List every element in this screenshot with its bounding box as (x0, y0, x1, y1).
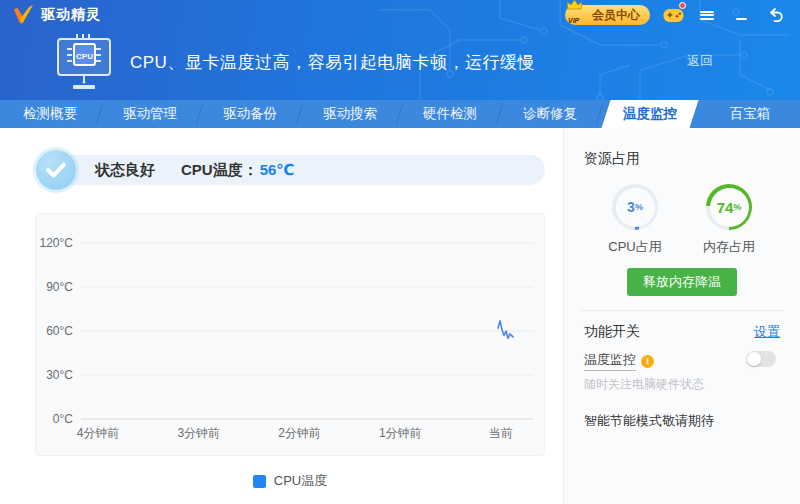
exit-icon[interactable] (764, 4, 786, 26)
temperature-chart-panel: 0°C30°C60°C90°C120°C4分钟前3分钟前2分钟前1分钟前当前 (35, 213, 545, 456)
svg-text:0°C: 0°C (53, 412, 73, 426)
toggle-knob (747, 352, 761, 366)
titlebar: 驱动精灵 VIP 会员中心 (0, 0, 800, 30)
toggle-description: 随时关注电脑硬件状态 (584, 376, 780, 393)
vip-member-button[interactable]: VIP 会员中心 (565, 5, 650, 25)
svg-text:3分钟前: 3分钟前 (177, 426, 220, 440)
cpu-usage-ring: 3% (612, 184, 658, 230)
cpu-usage-label: CPU占用 (608, 238, 661, 256)
cpu-temp-value: 56℃ (260, 161, 295, 179)
menu-icon[interactable] (696, 4, 718, 26)
chart-legend[interactable]: CPU温度 (35, 472, 545, 490)
memory-usage-ring: 74% (706, 184, 752, 230)
tab-temperature-monitor[interactable]: 温度监控 (600, 100, 700, 128)
resource-gauges: 3% CPU占用 74% 内存占用 (584, 184, 780, 256)
temperature-monitor-toggle-row: 温度监控 (584, 351, 780, 371)
minimize-icon[interactable] (730, 4, 752, 26)
resource-usage-title: 资源占用 (584, 150, 780, 168)
temperature-line-chart: 0°C30°C60°C90°C120°C4分钟前3分钟前2分钟前1分钟前当前 (36, 214, 546, 457)
memory-usage-label: 内存占用 (703, 238, 755, 256)
notification-dot (679, 2, 686, 9)
status-pill: 状态良好 CPU温度： 56℃ (56, 155, 545, 185)
memory-usage-gauge: 74% 内存占用 (694, 184, 764, 256)
feature-switch-title: 功能开关 (584, 323, 640, 341)
tab-diagnose-repair[interactable]: 诊断修复 (500, 100, 600, 128)
back-link[interactable]: 返回 (687, 52, 713, 70)
memory-usage-unit: % (733, 202, 741, 212)
cpu-temp-label: CPU温度： (181, 161, 258, 180)
status-ok-badge (36, 150, 76, 190)
sidebar: 资源占用 3% CPU占用 74% 内存占用 释放内存降温 (563, 128, 800, 504)
tab-toolbox[interactable]: 百宝箱 (700, 100, 800, 128)
svg-text:60°C: 60°C (46, 324, 73, 338)
legend-label: CPU温度 (274, 472, 327, 490)
svg-text:120°C: 120°C (40, 236, 74, 250)
check-icon (45, 161, 67, 179)
temperature-monitor-toggle[interactable] (746, 351, 776, 367)
status-row: 状态良好 CPU温度： 56℃ (36, 150, 545, 190)
release-memory-button[interactable]: 释放内存降温 (627, 268, 737, 296)
feature-switch-header: 功能开关 设置 (584, 323, 780, 341)
svg-text:当前: 当前 (489, 426, 513, 440)
crown-icon (567, 0, 582, 10)
temperature-monitor-toggle-label[interactable]: 温度监控 (584, 351, 636, 371)
main-panel: 状态良好 CPU温度： 56℃ 0°C30°C60°C90°C120°C4分钟前… (0, 128, 563, 504)
svg-text:1分钟前: 1分钟前 (379, 426, 422, 440)
status-state: 状态良好 (95, 161, 155, 180)
app-header: 驱动精灵 VIP 会员中心 (0, 0, 800, 100)
tab-hardware-detect[interactable]: 硬件检测 (400, 100, 500, 128)
svg-text:30°C: 30°C (46, 368, 73, 382)
cpu-usage-value: 3 (627, 199, 635, 215)
vip-member-label: 会员中心 (592, 7, 640, 24)
tab-driver-manage[interactable]: 驱动管理 (100, 100, 200, 128)
svg-text:90°C: 90°C (46, 280, 73, 294)
tab-driver-backup[interactable]: 驱动备份 (200, 100, 300, 128)
coming-soon-text: 智能节能模式敬请期待 (584, 412, 780, 430)
vip-tag: VIP (568, 17, 579, 24)
tab-detect-summary[interactable]: 检测概要 (0, 100, 100, 128)
legend-swatch-icon (253, 475, 266, 488)
svg-text:4分钟前: 4分钟前 (77, 426, 120, 440)
tab-driver-search[interactable]: 驱动搜索 (300, 100, 400, 128)
app-brand: 驱动精灵 (12, 5, 101, 25)
cpu-usage-gauge: 3% CPU占用 (600, 184, 670, 256)
cpu-chip-label: CPU (76, 52, 93, 61)
settings-link[interactable]: 设置 (754, 323, 780, 341)
warning-icon (641, 355, 654, 368)
titlebar-actions: VIP 会员中心 (565, 4, 786, 26)
app-logo-icon (12, 5, 34, 25)
sidebar-divider (580, 310, 784, 311)
alert-banner: CPU CPU、显卡温度过高，容易引起电脑卡顿，运行缓慢 返回 (0, 30, 800, 100)
game-center-icon[interactable] (662, 4, 684, 26)
svg-text:2分钟前: 2分钟前 (278, 426, 321, 440)
memory-usage-value: 74 (717, 199, 734, 216)
banner-headline: CPU、显卡温度过高，容易引起电脑卡顿，运行缓慢 (130, 30, 535, 94)
cpu-usage-unit: % (635, 202, 643, 212)
app-title: 驱动精灵 (41, 6, 101, 24)
content-area: 状态良好 CPU温度： 56℃ 0°C30°C60°C90°C120°C4分钟前… (0, 128, 800, 504)
monitor-cpu-icon: CPU (55, 34, 117, 92)
nav-tabs: 检测概要 驱动管理 驱动备份 驱动搜索 硬件检测 诊断修复 温度监控 百宝箱 (0, 100, 800, 128)
